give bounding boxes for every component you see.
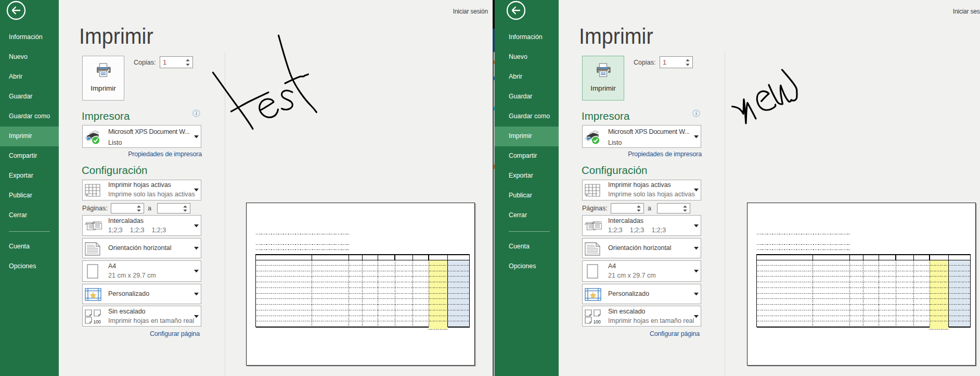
svg-text:100: 100 bbox=[594, 319, 601, 324]
svg-text:100: 100 bbox=[94, 319, 101, 324]
